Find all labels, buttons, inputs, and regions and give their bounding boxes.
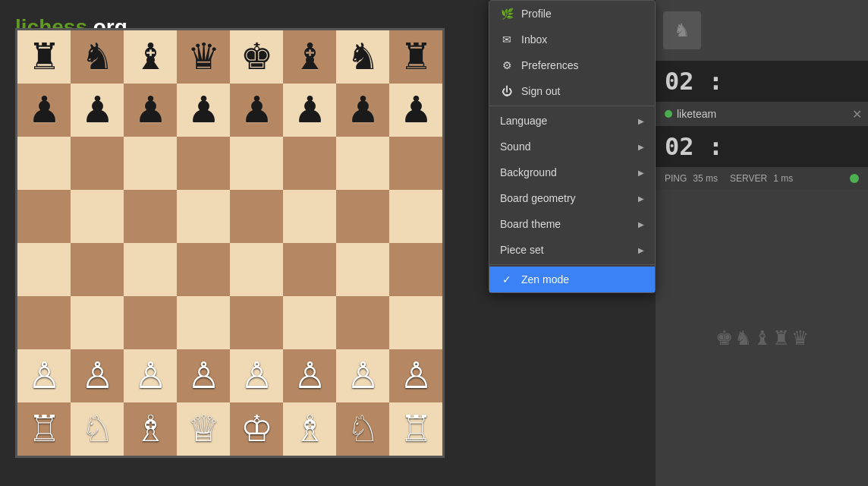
board-cell-7-4[interactable]: ♔ — [230, 402, 283, 456]
board-cell-1-0[interactable]: ♟ — [17, 84, 71, 137]
menu-item-inbox[interactable]: ✉ Inbox — [489, 27, 655, 52]
board-cell-5-1[interactable] — [71, 296, 124, 349]
board-cell-0-5[interactable]: ♝ — [283, 30, 336, 84]
menu-item-zen-mode[interactable]: ✓ Zen mode — [489, 267, 655, 292]
board-cell-3-7[interactable] — [389, 190, 442, 243]
board-cell-4-3[interactable] — [177, 243, 230, 296]
board-cell-1-7[interactable]: ♟ — [389, 84, 442, 137]
board-cell-2-6[interactable] — [336, 137, 389, 190]
sound-arrow-icon: ▶ — [638, 143, 644, 151]
menu-item-language[interactable]: Language ▶ — [489, 108, 655, 134]
board-cell-4-6[interactable] — [336, 243, 389, 296]
language-arrow-icon: ▶ — [638, 117, 644, 125]
board-cell-0-3[interactable]: ♛ — [177, 30, 230, 84]
board-cell-2-1[interactable] — [71, 137, 124, 190]
board-cell-3-1[interactable] — [71, 190, 124, 243]
board-cell-0-0[interactable]: ♜ — [17, 30, 71, 84]
board-cell-5-3[interactable] — [177, 296, 230, 349]
board-cell-6-7[interactable]: ♙ — [389, 349, 442, 402]
board-cell-3-2[interactable] — [124, 190, 177, 243]
board-cell-6-6[interactable]: ♙ — [336, 349, 389, 402]
board-cell-5-0[interactable] — [17, 296, 71, 349]
board-cell-1-5[interactable]: ♟ — [283, 84, 336, 137]
board-cell-4-1[interactable] — [71, 243, 124, 296]
board-cell-1-2[interactable]: ♟ — [124, 84, 177, 137]
preview-piece-1: ♚ — [715, 327, 733, 350]
timer-top: 02 : — [656, 61, 868, 102]
chess-board[interactable]: ♜♞♝♛♚♝♞♜♟♟♟♟♟♟♟♟♙♙♙♙♙♙♙♙♖♘♗♕♔♗♘♖ — [15, 28, 445, 458]
board-cell-6-2[interactable]: ♙ — [124, 349, 177, 402]
piece-set-arrow-icon: ▶ — [638, 246, 644, 254]
preferences-icon: ⚙ — [500, 59, 514, 71]
menu-item-board-theme[interactable]: Board theme ▶ — [489, 211, 655, 237]
board-cell-7-1[interactable]: ♘ — [71, 402, 124, 456]
board-cell-0-7[interactable]: ♜ — [389, 30, 442, 84]
menu-item-piece-set[interactable]: Piece set ▶ — [489, 237, 655, 263]
board-cell-1-4[interactable]: ♟ — [230, 84, 283, 137]
menu-signout-label: Sign out — [521, 85, 560, 97]
board-cell-4-0[interactable] — [17, 243, 71, 296]
board-cell-4-2[interactable] — [124, 243, 177, 296]
menu-inbox-label: Inbox — [521, 33, 547, 46]
menu-separator-1 — [489, 106, 655, 106]
menu-item-preferences[interactable]: ⚙ Preferences — [489, 52, 655, 78]
board-cell-3-3[interactable] — [177, 190, 230, 243]
board-cell-2-5[interactable] — [283, 137, 336, 190]
board-cell-5-7[interactable] — [389, 296, 442, 349]
menu-item-profile[interactable]: 🌿 Profile — [489, 1, 655, 27]
board-cell-6-5[interactable]: ♙ — [283, 349, 336, 402]
board-cell-7-7[interactable]: ♖ — [389, 402, 442, 456]
menu-sound-label: Sound — [500, 140, 530, 153]
main-layout: ♜♞♝♛♚♝♞♜♟♟♟♟♟♟♟♟♙♙♙♙♙♙♙♙♖♘♗♕♔♗♘♖ ♞ 02 : … — [0, 0, 868, 486]
board-cell-5-4[interactable] — [230, 296, 283, 349]
board-cell-7-3[interactable]: ♕ — [177, 402, 230, 456]
ping-label: PING — [665, 173, 687, 184]
board-cell-7-5[interactable]: ♗ — [283, 402, 336, 456]
menu-item-sound[interactable]: Sound ▶ — [489, 134, 655, 159]
board-cell-6-0[interactable]: ♙ — [17, 349, 71, 402]
board-cell-6-1[interactable]: ♙ — [71, 349, 124, 402]
board-cell-3-0[interactable] — [17, 190, 71, 243]
player-row: liketeam ✕ — [656, 102, 868, 126]
board-cell-1-6[interactable]: ♟ — [336, 84, 389, 137]
server-status-indicator — [850, 174, 859, 183]
close-button[interactable]: ✕ — [852, 107, 862, 122]
board-cell-5-5[interactable] — [283, 296, 336, 349]
menu-profile-label: Profile — [521, 8, 552, 20]
board-cell-0-2[interactable]: ♝ — [124, 30, 177, 84]
board-cell-7-6[interactable]: ♘ — [336, 402, 389, 456]
board-cell-4-7[interactable] — [389, 243, 442, 296]
check-icon: ✓ — [500, 273, 514, 286]
board-cell-2-4[interactable] — [230, 137, 283, 190]
board-cell-5-6[interactable] — [336, 296, 389, 349]
board-cell-2-7[interactable] — [389, 137, 442, 190]
menu-background-label: Background — [500, 166, 557, 178]
board-cell-0-6[interactable]: ♞ — [336, 30, 389, 84]
board-cell-1-3[interactable]: ♟ — [177, 84, 230, 137]
board-cell-3-5[interactable] — [283, 190, 336, 243]
menu-separator-2 — [489, 264, 655, 265]
board-cell-3-4[interactable] — [230, 190, 283, 243]
board-cell-1-1[interactable]: ♟ — [71, 84, 124, 137]
board-cell-2-2[interactable] — [124, 137, 177, 190]
board-container: ♜♞♝♛♚♝♞♜♟♟♟♟♟♟♟♟♙♙♙♙♙♙♙♙♖♘♗♕♔♗♘♖ — [15, 28, 445, 458]
board-theme-arrow-icon: ▶ — [638, 220, 644, 229]
board-cell-6-3[interactable]: ♙ — [177, 349, 230, 402]
board-cell-7-2[interactable]: ♗ — [124, 402, 177, 456]
background-arrow-icon: ▶ — [638, 169, 644, 177]
board-cell-2-0[interactable] — [17, 137, 71, 190]
board-cell-4-5[interactable] — [283, 243, 336, 296]
timer-top-value: 02 : — [665, 67, 723, 96]
board-cell-2-3[interactable] — [177, 137, 230, 190]
board-cell-7-0[interactable]: ♖ — [17, 402, 71, 456]
timer-bottom: 02 : — [656, 126, 868, 167]
board-cell-0-4[interactable]: ♚ — [230, 30, 283, 84]
board-cell-3-6[interactable] — [336, 190, 389, 243]
menu-item-signout[interactable]: ⏻ Sign out — [489, 78, 655, 104]
menu-item-board-geometry[interactable]: Board geometry ▶ — [489, 185, 655, 211]
board-cell-0-1[interactable]: ♞ — [71, 30, 124, 84]
menu-item-background[interactable]: Background ▶ — [489, 159, 655, 185]
board-cell-6-4[interactable]: ♙ — [230, 349, 283, 402]
board-cell-4-4[interactable] — [230, 243, 283, 296]
board-cell-5-2[interactable] — [124, 296, 177, 349]
